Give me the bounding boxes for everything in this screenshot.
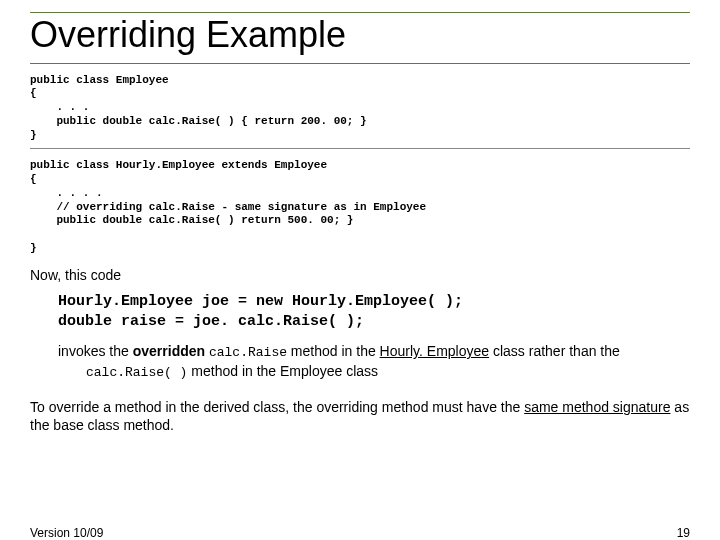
text: class rather than the [489, 343, 620, 359]
now-this-code-label: Now, this code [30, 266, 690, 284]
code-block-employee: public class Employee { . . . public dou… [30, 74, 690, 150]
slide: Overriding Example public class Employee… [0, 12, 720, 540]
text: method in the [287, 343, 380, 359]
title-rule-bottom: Overriding Example [30, 15, 690, 64]
slide-title: Overriding Example [30, 15, 690, 55]
text: invokes the [58, 343, 133, 359]
code-block-hourly: public class Hourly.Employee extends Emp… [30, 159, 690, 255]
mono-calcRaise-call: calc.Raise( ) [86, 365, 187, 380]
text: method in the Employee class [187, 363, 378, 379]
underline-hourly-employee: Hourly. Employee [380, 343, 489, 359]
paragraph-invokes: invokes the overridden calc.Raise method… [58, 342, 690, 382]
code-block-usage: Hourly.Employee joe = new Hourly.Employe… [58, 292, 690, 333]
bold-overridden: overridden [133, 343, 205, 359]
footer-page-number: 19 [677, 526, 690, 540]
underline-same-signature: same method signature [524, 399, 670, 415]
mono-calcRaise: calc.Raise [209, 345, 287, 360]
title-rule-top: Overriding Example [30, 12, 690, 64]
paragraph-override-rule: To override a method in the derived clas… [30, 398, 690, 434]
footer: Version 10/09 19 [30, 526, 690, 540]
text: To override a method in the derived clas… [30, 399, 524, 415]
footer-version: Version 10/09 [30, 526, 103, 540]
